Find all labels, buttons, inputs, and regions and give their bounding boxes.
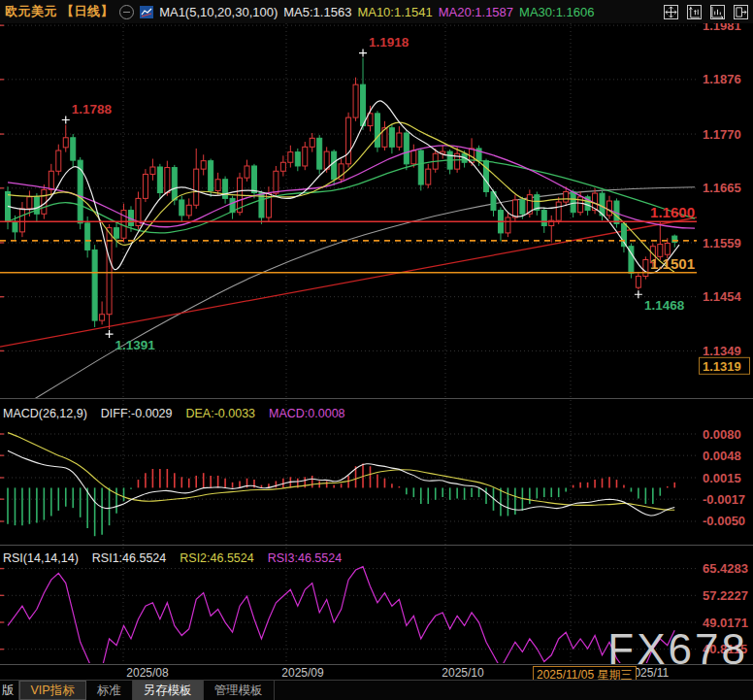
macd-dea-value: DEA:-0.0033 xyxy=(185,407,255,420)
candle-body xyxy=(397,133,402,147)
rsi-axis-label: 49.0171 xyxy=(703,616,748,630)
rsi-panel-header: RSI(14,14,14) RSI1:46.5524 RSI2:46.5524 … xyxy=(3,551,342,565)
candle-body xyxy=(274,171,278,193)
macd-axis-label: -0.0017 xyxy=(703,492,745,507)
price-axis-label: 1.1665 xyxy=(703,181,741,195)
price-axis-label: 1.1770 xyxy=(703,127,741,142)
fit-horizontal-icon[interactable] xyxy=(710,5,725,19)
candle-body xyxy=(310,138,314,147)
price-axis-label: 1.1349 xyxy=(703,344,741,358)
candle-body xyxy=(418,150,423,184)
candle-body xyxy=(49,171,53,189)
candle-body xyxy=(484,161,489,192)
chart-svg[interactable]: 1.19811.18761.17701.16651.15591.14541.13… xyxy=(0,0,753,666)
candle-body xyxy=(317,138,322,169)
candle-body xyxy=(157,167,162,193)
candle-body xyxy=(209,161,213,191)
move-tool-icon[interactable] xyxy=(664,5,678,19)
candle-body xyxy=(426,169,431,184)
tab-standard[interactable]: 标准 xyxy=(86,681,133,700)
time-axis: 2025/08 2025/09 2025/10 2025/11 2025/11/… xyxy=(0,665,753,680)
candle-body xyxy=(115,228,119,239)
axis-label-oct: 2025/10 xyxy=(442,666,483,680)
candle-body xyxy=(42,189,47,214)
rsi-title: RSI(14,14,14) xyxy=(3,551,79,565)
macd-title: MACD(26,12,9) xyxy=(3,407,87,420)
template-tabbar: 版 VIP指标 标准 另存模板 管理模板 xyxy=(0,680,753,700)
chart-type-icon[interactable] xyxy=(140,6,153,18)
candle-body xyxy=(19,209,24,232)
candle-body xyxy=(27,197,32,209)
ma20-value: MA20:1.1587 xyxy=(439,5,513,19)
extreme-price-label: 1.1468 xyxy=(644,298,685,313)
tab-save-template[interactable]: 另存模板 xyxy=(133,681,204,700)
candle-body xyxy=(165,168,170,193)
candle-body xyxy=(607,201,612,216)
candle-body xyxy=(251,166,256,193)
candle-body xyxy=(520,200,525,214)
candle-body xyxy=(194,169,199,205)
macd-panel-header: MACD(26,12,9) DIFF:-0.0029 DEA:-0.0033 M… xyxy=(3,407,345,420)
ma10-value: MA10:1.1541 xyxy=(357,5,432,19)
tab-vip-indicators[interactable]: VIP指标 xyxy=(19,681,86,700)
candle-body xyxy=(303,147,308,166)
candle-body xyxy=(186,205,191,216)
macd-axis-label: -0.0050 xyxy=(703,514,745,528)
candle-body xyxy=(180,200,184,216)
pan-right-icon[interactable] xyxy=(734,5,748,19)
extreme-price-label: 1.1918 xyxy=(369,35,409,50)
candle-body xyxy=(361,84,366,125)
extreme-price-label: 1.1391 xyxy=(115,338,156,352)
rsi1-value: RSI1:46.5524 xyxy=(92,551,166,565)
candle-body xyxy=(332,151,337,180)
candle-body xyxy=(63,138,68,148)
candle-body xyxy=(92,250,97,320)
axis-label-aug: 2025/08 xyxy=(126,666,168,680)
candle-body xyxy=(100,315,105,320)
candle-body xyxy=(541,211,546,226)
ma5-value: MA5:1.1563 xyxy=(283,5,351,19)
candle-body xyxy=(215,180,220,191)
candle-body xyxy=(295,152,300,166)
candle-body xyxy=(389,128,394,148)
macd-axis-label: 0.0048 xyxy=(703,449,741,463)
rsi-axis-label: 40.8115 xyxy=(703,642,747,656)
candle-body xyxy=(512,200,517,217)
h-line-label: 1.1501 xyxy=(650,255,695,272)
candle-body xyxy=(280,162,285,171)
candle-body xyxy=(404,133,409,164)
symbol-title: 欧元美元 【日线】 xyxy=(5,3,114,20)
candle-body xyxy=(71,138,76,160)
candle-body xyxy=(201,161,206,169)
h-line-label: 1.1600 xyxy=(650,204,695,220)
candle-body xyxy=(556,202,561,220)
chart-header: 欧元美元 【日线】 MA1(5,10,20,30,100) MA5:1.1563… xyxy=(0,0,753,23)
candle-body xyxy=(643,260,648,277)
candle-body xyxy=(665,244,670,255)
rsi2-value: RSI2:46.5524 xyxy=(180,551,253,565)
tab-partial[interactable]: 版 xyxy=(0,681,19,700)
ma-settings-label: MA1(5,10,20,30,100) xyxy=(159,5,278,19)
extreme-price-label: 1.1788 xyxy=(72,102,113,117)
min-price-label: 1.1319 xyxy=(703,359,741,374)
candle-body xyxy=(56,150,61,171)
candle-body xyxy=(411,150,416,164)
candle-body xyxy=(288,152,293,163)
candle-body xyxy=(245,166,249,178)
price-axis-label: 1.1559 xyxy=(703,236,741,250)
candle-body xyxy=(223,180,228,199)
rsi-axis-label: 65.4283 xyxy=(703,561,748,576)
collapse-icon[interactable] xyxy=(119,5,134,19)
candle-body xyxy=(375,114,379,147)
candle-body xyxy=(346,117,351,164)
macd-diff-value: DIFF:-0.0029 xyxy=(101,407,173,420)
candle-body xyxy=(506,217,510,233)
candle-body xyxy=(85,223,90,250)
fit-vertical-icon[interactable] xyxy=(687,5,702,19)
tab-manage-template[interactable]: 管理模板 xyxy=(204,681,275,700)
price-axis-label: 1.1876 xyxy=(703,72,741,86)
candle-body xyxy=(172,168,177,200)
candle-body xyxy=(13,221,17,232)
candle-body xyxy=(636,276,640,287)
candle-body xyxy=(571,191,575,212)
